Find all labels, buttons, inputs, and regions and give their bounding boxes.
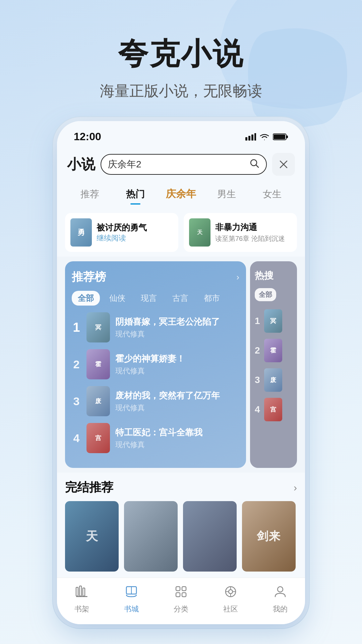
rank-cover-1: 冥	[86, 312, 110, 342]
rank-cover-4: 宫	[86, 423, 110, 453]
nav-category-label: 分类	[174, 604, 188, 614]
rank-info-4: 特工医妃：宫斗全靠我 现代修真	[115, 427, 239, 450]
search-icon[interactable]	[249, 158, 259, 171]
hot-item-3[interactable]: 3 废	[255, 368, 292, 392]
profile-icon	[273, 585, 287, 602]
tab-special[interactable]: 庆余年	[158, 184, 204, 204]
svg-rect-14	[76, 596, 87, 597]
recent-books: 勇 被讨厌的勇气 继续阅读 天 非暴力沟通 读至第76章 沦陷到沉迷	[57, 208, 305, 257]
tab-nav: 推荐 热门 庆余年 男生 女生	[57, 181, 305, 208]
bottom-nav: 书架 书城 分类	[57, 578, 305, 624]
app-header: 小说 庆余年2	[57, 146, 305, 181]
recommend-filters: 全部 仙侠 现言 古言 都市	[72, 291, 239, 306]
svg-rect-16	[176, 587, 180, 591]
nav-profile[interactable]: 我的	[255, 585, 305, 614]
status-time: 12:00	[74, 130, 101, 143]
book-info-1: 被讨厌的勇气 继续阅读	[97, 222, 173, 243]
status-icons	[245, 133, 288, 141]
signal-icon	[245, 133, 256, 141]
status-bar: 12:00	[57, 121, 305, 146]
wifi-icon	[259, 133, 269, 141]
filter-xianxia[interactable]: 仙侠	[103, 291, 131, 306]
completed-cover-1: 天	[65, 501, 119, 572]
svg-rect-0	[245, 137, 247, 141]
svg-rect-11	[76, 587, 78, 596]
nav-bookstore[interactable]: 书城	[107, 585, 156, 614]
nav-community[interactable]: 社区	[206, 585, 255, 614]
hot-item-2[interactable]: 2 霍	[255, 339, 292, 362]
rank-info-2: 霍少的神算娇妻！ 现代修真	[115, 353, 239, 376]
svg-rect-17	[182, 587, 186, 591]
bookstore-icon	[124, 585, 138, 602]
rank-info-1: 阴婚喜嫁，冥王老公沦陷了 现代修真	[115, 316, 239, 339]
hot-cover-4: 宫	[264, 398, 282, 421]
recent-book-1[interactable]: 勇 被讨厌的勇气 继续阅读	[65, 213, 178, 252]
hot-filter-all[interactable]: 全部	[255, 288, 276, 301]
completed-book-3[interactable]	[183, 501, 237, 574]
completed-section: 完结推荐 › 天 剑来	[57, 473, 305, 578]
community-icon	[224, 585, 238, 602]
completed-cover-2	[124, 501, 178, 572]
app-subtitle: 海量正版小说，无限畅读	[0, 81, 362, 101]
nav-bookshelf-label: 书架	[74, 604, 89, 614]
svg-rect-12	[79, 586, 81, 596]
close-button[interactable]	[272, 153, 295, 176]
nav-bookstore-label: 书城	[124, 604, 139, 614]
rank-info-3: 废材的我，突然有了亿万年 现代修真	[115, 390, 239, 413]
hot-cover-1: 冥	[264, 309, 282, 333]
completed-book-1[interactable]: 天	[65, 501, 119, 574]
filter-xiandai[interactable]: 现言	[135, 291, 163, 306]
filter-all[interactable]: 全部	[72, 291, 100, 306]
rank-book-2[interactable]: 2 霍 霍少的神算娇妻！ 现代修真	[72, 349, 239, 379]
completed-header: 完结推荐 ›	[65, 479, 297, 496]
hot-cover-2: 霍	[264, 339, 282, 362]
tab-hot[interactable]: 热门	[113, 185, 158, 203]
rank-book-1[interactable]: 1 冥 阴婚喜嫁，冥王老公沦陷了 现代修真	[72, 312, 239, 342]
app-logo: 小说	[67, 155, 95, 174]
tab-male[interactable]: 男生	[204, 185, 249, 203]
hot-item-4[interactable]: 4 宫	[255, 398, 292, 421]
tab-female[interactable]: 女生	[249, 185, 295, 203]
book-cover-1: 勇	[70, 218, 92, 247]
completed-book-4[interactable]: 剑来	[242, 501, 296, 574]
book-info-2: 非暴力沟通 读至第76章 沦陷到沉迷	[215, 222, 292, 243]
svg-rect-18	[176, 593, 180, 597]
search-bar[interactable]: 庆余年2	[101, 154, 267, 175]
battery-icon	[273, 133, 288, 141]
svg-rect-2	[251, 135, 253, 141]
filter-guyan[interactable]: 古言	[166, 291, 194, 306]
svg-rect-3	[254, 133, 256, 141]
svg-rect-19	[182, 593, 186, 597]
recommend-panel-header: 推荐榜 ›	[72, 269, 239, 285]
hot-item-1[interactable]: 1 冥	[255, 309, 292, 333]
svg-rect-5	[286, 136, 288, 138]
hot-panel: 热搜 全部 1 冥 2 霍 3 废	[250, 261, 297, 468]
rank-book-3[interactable]: 3 废 废材的我，突然有了亿万年 现代修真	[72, 386, 239, 416]
hot-filters: 全部	[255, 288, 292, 304]
nav-profile-label: 我的	[273, 604, 288, 614]
svg-point-26	[278, 587, 283, 592]
svg-rect-6	[274, 135, 285, 139]
svg-rect-13	[83, 588, 85, 596]
recent-book-2[interactable]: 天 非暴力沟通 读至第76章 沦陷到沉迷	[184, 213, 297, 252]
completed-cover-4: 剑来	[242, 501, 296, 572]
filter-dushi[interactable]: 都市	[198, 291, 226, 306]
completed-books: 天 剑来	[65, 501, 297, 574]
phone-mockup: 12:00 小说 庆余年	[57, 121, 305, 624]
completed-cover-3	[183, 501, 237, 572]
tab-recommend[interactable]: 推荐	[67, 185, 113, 203]
svg-line-8	[256, 165, 258, 167]
hot-cover-3: 废	[264, 368, 282, 392]
completed-arrow[interactable]: ›	[294, 482, 297, 493]
nav-bookshelf[interactable]: 书架	[57, 585, 107, 614]
nav-category[interactable]: 分类	[156, 585, 206, 614]
rank-cover-2: 霍	[86, 349, 110, 379]
rank-cover-3: 废	[86, 386, 110, 416]
svg-rect-1	[248, 136, 250, 141]
category-icon	[174, 585, 188, 602]
completed-book-2[interactable]	[124, 501, 178, 574]
rank-book-4[interactable]: 4 宫 特工医妃：宫斗全靠我 现代修真	[72, 423, 239, 453]
recommend-arrow[interactable]: ›	[236, 272, 239, 282]
panels-row: 推荐榜 › 全部 仙侠 现言 古言 都市 1 冥 阴婚喜嫁，冥王老公沦陷了 现代…	[57, 257, 305, 473]
recommend-panel: 推荐榜 › 全部 仙侠 现言 古言 都市 1 冥 阴婚喜嫁，冥王老公沦陷了 现代…	[65, 261, 246, 468]
